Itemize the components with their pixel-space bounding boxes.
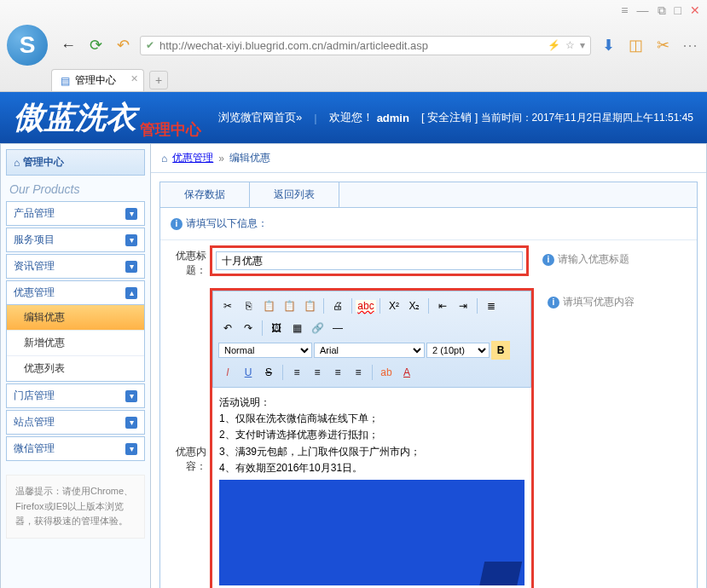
home-icon: ⌂: [14, 157, 20, 169]
paste-word-icon[interactable]: 📋: [300, 297, 319, 315]
home-icon: ⌂: [161, 153, 167, 164]
font-select[interactable]: Arial: [314, 343, 425, 358]
star-icon[interactable]: ☆: [565, 39, 575, 51]
submenu-add-promo[interactable]: 新增优惠: [7, 331, 144, 356]
format-select[interactable]: Normal: [218, 343, 312, 358]
submenu-edit-promo[interactable]: 编辑优惠: [7, 305, 144, 331]
form-hint-label: 请填写以下信息：: [186, 216, 268, 231]
url-bar[interactable]: ✔ ⚡ ☆ ▾: [140, 36, 591, 55]
info-icon: i: [542, 254, 554, 266]
breadcrumb-current: 编辑优惠: [229, 151, 270, 165]
page-icon: ▤: [61, 75, 70, 87]
chevron-down-icon: ▾: [125, 261, 137, 273]
dropdown-icon[interactable]: ▾: [580, 39, 585, 51]
datetime-label: 当前时间：: [481, 111, 532, 125]
align-justify-icon[interactable]: ≡: [349, 363, 368, 382]
title-tip: 请输入优惠标题: [558, 252, 629, 267]
close-icon[interactable]: ✕: [690, 3, 700, 18]
browser-tab[interactable]: ▤ 管理中心 ✕: [51, 69, 144, 91]
nav-home-link[interactable]: 浏览微官网首页»: [218, 110, 302, 125]
menu-store[interactable]: 门店管理▾: [6, 383, 145, 408]
reload-icon[interactable]: ⟳: [85, 35, 106, 55]
more-icon[interactable]: ⋯: [680, 35, 700, 55]
window-icon[interactable]: ◫: [625, 35, 646, 55]
blockquote-icon[interactable]: ≣: [482, 297, 501, 315]
menu-site[interactable]: 站点管理▾: [6, 410, 145, 435]
menu-label: 微信管理: [14, 441, 55, 456]
cut-icon[interactable]: ✂: [218, 297, 237, 315]
back-button[interactable]: 返回列表: [250, 182, 339, 207]
chevron-down-icon: ▾: [125, 208, 137, 220]
image-icon[interactable]: 🖼: [267, 319, 286, 337]
font-color-icon[interactable]: A: [397, 363, 416, 382]
highlight-icon[interactable]: ab: [377, 363, 396, 382]
content-tip: 请填写优惠内容: [563, 295, 635, 309]
restore-icon[interactable]: ⧉: [658, 3, 666, 18]
save-button[interactable]: 保存数据: [160, 182, 250, 207]
italic-icon[interactable]: I: [218, 363, 237, 382]
chevron-right-icon: »: [218, 153, 224, 164]
menu-label: 优惠管理: [14, 285, 55, 300]
underline-icon[interactable]: U: [239, 363, 258, 382]
paste-text-icon[interactable]: 📋: [280, 297, 298, 315]
submenu-list-promo[interactable]: 优惠列表: [7, 356, 144, 381]
scissor-icon[interactable]: ✂: [652, 35, 673, 55]
paste-icon[interactable]: 📋: [259, 297, 278, 315]
flash-icon[interactable]: ⚡: [548, 39, 560, 51]
menu-news[interactable]: 资讯管理▾: [6, 254, 145, 279]
lock-icon: ✔: [146, 39, 154, 51]
back-icon[interactable]: ←: [58, 35, 78, 55]
info-icon: i: [171, 218, 183, 230]
spacer: [339, 182, 697, 207]
redo-icon[interactable]: ↷: [239, 319, 258, 337]
browser-logo: S: [7, 25, 48, 66]
outdent-icon[interactable]: ⇤: [433, 297, 452, 315]
editor-line: 1、仅限在洗衣微信商城在线下单；: [219, 411, 524, 427]
size-select[interactable]: 2 (10pt): [426, 343, 490, 358]
minimize-icon[interactable]: —: [637, 3, 649, 18]
menu-label: 门店管理: [14, 389, 55, 403]
table-icon[interactable]: ▦: [287, 319, 306, 337]
chevron-up-icon: ▴: [125, 287, 137, 299]
align-center-icon[interactable]: ≡: [308, 363, 327, 382]
sidebar-title: ⌂ 管理中心: [6, 149, 145, 176]
menu-service[interactable]: 服务项目▾: [6, 228, 145, 252]
undo-icon[interactable]: ↶: [113, 35, 133, 55]
menu-promo[interactable]: 优惠管理▴: [6, 280, 145, 305]
tab-close-icon[interactable]: ✕: [130, 73, 138, 84]
menu-icon[interactable]: ≡: [621, 3, 628, 18]
align-right-icon[interactable]: ≡: [328, 363, 347, 382]
breadcrumb-parent[interactable]: 优惠管理: [172, 151, 213, 165]
url-input[interactable]: [159, 39, 542, 52]
editor-body[interactable]: 活动说明： 1、仅限在洗衣微信商城在线下单； 2、支付时请选择优惠券进行抵扣； …: [212, 388, 531, 588]
superscript-icon[interactable]: X²: [385, 297, 403, 315]
menu-wechat[interactable]: 微信管理▾: [6, 436, 145, 461]
new-tab-button[interactable]: +: [149, 71, 168, 89]
menu-label: 站点管理: [14, 415, 55, 429]
title-label: 优惠标题：: [169, 245, 206, 278]
site-logo: 傲蓝洗衣: [14, 97, 136, 139]
menu-product[interactable]: 产品管理▾: [6, 201, 145, 226]
chevron-down-icon: ▾: [125, 234, 137, 246]
info-icon: i: [548, 297, 559, 308]
editor-line: 活动说明：: [219, 395, 524, 411]
indent-icon[interactable]: ⇥: [454, 297, 472, 315]
align-left-icon[interactable]: ≡: [287, 363, 306, 382]
strike-icon[interactable]: S: [259, 363, 278, 382]
copy-icon[interactable]: ⎘: [239, 297, 258, 315]
breadcrumb: ⌂ 优惠管理 » 编辑优惠: [151, 144, 706, 173]
chevron-down-icon: ▾: [125, 443, 137, 455]
download-icon[interactable]: ⬇: [598, 35, 618, 55]
link-icon[interactable]: 🔗: [308, 319, 327, 337]
menu-label: 资讯管理: [14, 259, 55, 274]
bold-icon[interactable]: B: [491, 341, 510, 360]
subscript-icon[interactable]: X₂: [405, 297, 424, 315]
logout-link[interactable]: [ 安全注销 ]: [421, 110, 478, 125]
print-icon[interactable]: 🖨: [328, 297, 347, 315]
hr-icon[interactable]: —: [328, 319, 347, 337]
maximize-icon[interactable]: □: [675, 3, 681, 18]
sidebar-hint: 温馨提示：请使用Chrome、Firefox或IE9以上版本浏览器，获得极速的管…: [6, 475, 145, 539]
title-input[interactable]: [216, 251, 523, 270]
spellcheck-icon[interactable]: abc: [356, 297, 375, 315]
undo-icon[interactable]: ↶: [218, 319, 237, 337]
